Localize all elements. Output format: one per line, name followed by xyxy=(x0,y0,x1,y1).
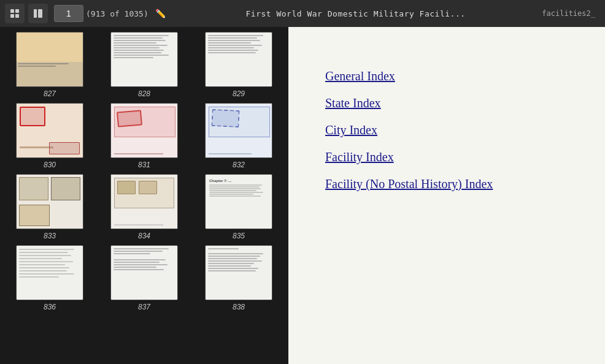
thumbnail-number: 831 xyxy=(138,161,150,169)
list-item[interactable]: 838 xyxy=(194,245,283,311)
thumbnail-image xyxy=(110,245,178,300)
thumbnail-number: 829 xyxy=(233,89,245,98)
page-count-label: (913 of 1035) xyxy=(86,9,148,18)
thumbnail-image xyxy=(110,174,178,229)
thumbnail-image xyxy=(205,103,272,158)
thumbnail-image: Chapter 7: ... xyxy=(205,174,272,229)
thumbnail-number: 830 xyxy=(44,161,56,169)
thumbnail-image xyxy=(110,103,178,158)
svg-rect-4 xyxy=(34,9,37,18)
svg-rect-0 xyxy=(10,9,14,13)
list-item[interactable]: 833 xyxy=(5,174,94,240)
list-item[interactable]: 834 xyxy=(99,174,189,240)
document-title: First World War Domestic Military Facili… xyxy=(173,9,539,18)
thumbnail-number: 836 xyxy=(44,303,56,311)
index-item-facility[interactable]: Facility Index xyxy=(325,145,568,169)
svg-rect-3 xyxy=(15,14,19,18)
edit-button[interactable]: ✏️ xyxy=(152,5,169,22)
main-content: 827 828 xyxy=(0,27,605,364)
thumbnail-number: 827 xyxy=(44,89,56,98)
list-item[interactable]: Chapter 7: ... 835 xyxy=(194,174,283,240)
thumbnail-grid: 827 828 xyxy=(5,32,283,311)
index-list: General Index State Index City Index Fac… xyxy=(325,64,568,196)
thumbnail-number: 834 xyxy=(138,232,150,240)
list-item[interactable]: 831 xyxy=(99,103,189,169)
thumbnail-number: 838 xyxy=(233,303,245,311)
list-item[interactable]: 837 xyxy=(99,245,189,311)
list-item[interactable]: 830 xyxy=(5,103,94,169)
thumbnail-image xyxy=(16,103,83,158)
list-item[interactable]: 836 xyxy=(5,245,94,311)
page-input-group: (913 of 1035) xyxy=(54,5,148,22)
thumbnail-image xyxy=(205,32,272,87)
thumbnail-image xyxy=(205,245,272,300)
toolbar: (913 of 1035) ✏️ First World War Domesti… xyxy=(0,0,605,27)
thumbnail-panel: 827 828 xyxy=(0,27,288,364)
grid-view-button[interactable] xyxy=(5,4,25,23)
right-panel: General Index State Index City Index Fac… xyxy=(288,27,605,364)
thumbnail-number: 828 xyxy=(138,89,150,98)
index-item-state[interactable]: State Index xyxy=(325,91,568,115)
list-item[interactable]: 827 xyxy=(5,32,94,98)
svg-rect-2 xyxy=(10,14,14,18)
page-number-input[interactable] xyxy=(54,5,83,22)
index-item-facility-no-postal[interactable]: Facility (No Postal History) Index xyxy=(325,172,568,196)
panel-view-button[interactable] xyxy=(28,4,48,23)
svg-rect-1 xyxy=(15,9,19,13)
thumbnail-image xyxy=(16,32,83,87)
svg-rect-5 xyxy=(38,9,42,18)
list-item[interactable]: 828 xyxy=(99,32,189,98)
thumbnail-number: 832 xyxy=(233,161,245,169)
document-subtitle: facilities2_ xyxy=(542,9,595,18)
thumbnail-image xyxy=(16,174,83,229)
thumbnail-image xyxy=(110,32,178,87)
list-item[interactable]: 832 xyxy=(194,103,283,169)
index-item-general[interactable]: General Index xyxy=(325,64,568,88)
thumbnail-number: 837 xyxy=(138,303,150,311)
thumbnail-image xyxy=(16,245,83,300)
list-item[interactable]: 829 xyxy=(194,32,283,98)
thumbnail-number: 835 xyxy=(233,232,245,240)
thumbnail-number: 833 xyxy=(44,232,56,240)
index-item-city[interactable]: City Index xyxy=(325,118,568,142)
